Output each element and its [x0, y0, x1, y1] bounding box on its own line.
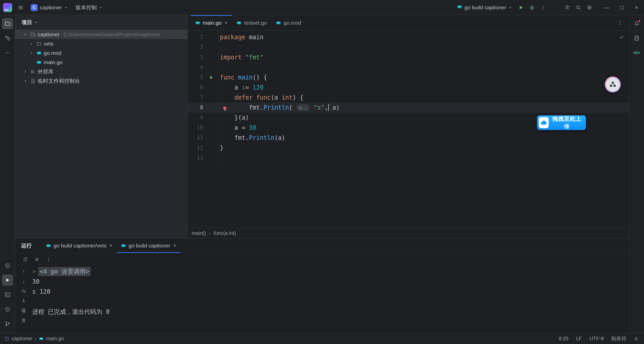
scroll-to-end-button[interactable] — [20, 297, 27, 305]
tree-item-go-mod[interactable]: go.mod — [15, 48, 187, 58]
line-number[interactable]: 3 — [188, 52, 204, 62]
breadcrumb-item[interactable]: func(a int) — [214, 230, 236, 236]
run-tab-go-build-captioner[interactable]: go build captioner× — [117, 238, 180, 253]
editor-gutter[interactable]: 12 — [188, 143, 218, 153]
soft-wrap-button[interactable] — [20, 287, 27, 295]
line-number[interactable]: 8 — [188, 103, 204, 113]
tab-close-icon[interactable]: × — [109, 243, 112, 248]
project-widget[interactable]: C captioner — [28, 2, 71, 13]
tab-close-icon[interactable]: × — [225, 20, 228, 26]
terminal-tool-button[interactable] — [2, 289, 13, 300]
chevron-right-icon[interactable] — [29, 42, 34, 46]
code-text[interactable]: func main() { — [218, 72, 629, 82]
code-text[interactable] — [218, 153, 629, 163]
line-number[interactable]: 10 — [188, 123, 204, 133]
more-actions-button[interactable] — [538, 2, 549, 13]
chevron-right-icon[interactable] — [23, 79, 28, 83]
line-number[interactable]: 11 — [188, 133, 204, 143]
chevron-right-icon[interactable] — [29, 51, 34, 55]
line-number[interactable]: 4 — [188, 62, 204, 72]
statusbar-breadcrumb[interactable]: captioner › main.go — [5, 336, 64, 341]
run-tab-go-build-captioner-vets[interactable]: go build captioner/vets× — [42, 238, 117, 253]
project-panel-header[interactable]: 项目 — [15, 15, 187, 30]
editor-gutter[interactable]: 5 — [188, 72, 218, 82]
tree-item-captioner[interactable]: captionerC:\Users\meow\GolandProjects\ca… — [15, 30, 187, 39]
chevron-right-icon[interactable] — [23, 70, 28, 74]
version-control-tool-button[interactable] — [2, 318, 13, 329]
line-number[interactable]: 2 — [188, 42, 204, 52]
upload-dropzone-button[interactable]: 拖拽至此上传 — [537, 115, 586, 130]
notifications-button[interactable] — [631, 18, 642, 29]
tree-item-external-libraries[interactable]: 外部库 — [15, 67, 187, 76]
fold-expand-icon[interactable]: > — [32, 268, 36, 275]
code-line-12[interactable]: 12} — [188, 143, 629, 153]
settings-button[interactable] — [584, 2, 595, 13]
editor-gutter[interactable]: 13 — [188, 153, 218, 163]
next-occurrence-button[interactable]: ↓ — [20, 277, 27, 285]
main-menu-button[interactable] — [15, 2, 26, 13]
code-text[interactable]: fmt.Println( a…: "s", a) — [218, 103, 629, 113]
line-number[interactable]: 13 — [188, 153, 204, 163]
editor[interactable]: 1package main23import "fmt"45func main()… — [188, 31, 629, 228]
code-text[interactable] — [218, 62, 629, 72]
editor-gutter[interactable]: 10 — [188, 123, 218, 133]
editor-gutter[interactable]: 2 — [188, 42, 218, 52]
code-text[interactable] — [218, 42, 629, 52]
run-button[interactable] — [515, 2, 527, 13]
search-everywhere-button[interactable] — [573, 2, 584, 13]
editor-tabs-more-button[interactable] — [614, 17, 625, 28]
maximize-button[interactable]: □ — [614, 0, 629, 15]
code-line-5[interactable]: 5func main() { — [188, 72, 629, 82]
run-config-widget[interactable]: go build captioner — [454, 2, 515, 13]
editor-gutter[interactable]: 9 — [188, 113, 218, 123]
vcs-widget[interactable]: 版本控制 — [72, 2, 106, 13]
tree-item-vets[interactable]: vets — [15, 39, 187, 48]
inspections-ok-icon[interactable] — [619, 34, 624, 41]
line-number[interactable]: 9 — [188, 113, 204, 123]
editor-gutter[interactable]: 3 — [188, 52, 218, 62]
editor-tab-go-mod[interactable]: go.mod — [271, 15, 306, 30]
run-tool-button[interactable] — [2, 275, 13, 286]
problems-tool-button[interactable] — [2, 304, 13, 315]
code-text[interactable]: defer func(a int) { — [218, 93, 629, 103]
code-text[interactable]: a := 120 — [218, 82, 629, 93]
code-text[interactable]: } — [218, 143, 629, 153]
stop-button[interactable] — [33, 255, 41, 264]
breadcrumb-item[interactable]: main() — [192, 230, 206, 236]
line-number[interactable]: 7 — [188, 93, 204, 103]
caret-position-widget[interactable]: 8:25 — [559, 336, 569, 341]
prev-occurrence-button[interactable]: ↑ — [20, 268, 27, 275]
code-line-7[interactable]: 7 defer func(a int) { — [188, 93, 629, 103]
editor-gutter[interactable]: 1 — [188, 32, 218, 42]
rerun-button[interactable] — [21, 255, 30, 264]
code-line-4[interactable]: 4 — [188, 62, 629, 72]
code-line-3[interactable]: 3import "fmt" — [188, 52, 629, 62]
structure-tool-button[interactable] — [2, 33, 13, 44]
parameter-hint[interactable]: a…: — [297, 104, 309, 111]
code-line-1[interactable]: 1package main — [188, 32, 629, 42]
debug-button[interactable] — [527, 2, 538, 13]
encoding-widget[interactable]: UTF-8 — [589, 336, 604, 341]
services-tool-button[interactable] — [2, 260, 13, 271]
code-line-13[interactable]: 13 — [188, 153, 629, 163]
line-number[interactable]: 6 — [188, 82, 204, 93]
line-separator-widget[interactable]: LF — [576, 336, 582, 341]
editor-tab-testvet-go[interactable]: testvet.go — [232, 15, 271, 30]
code-line-8[interactable]: 8 fmt.Println( a…: "s", a) — [188, 103, 629, 113]
editor-gutter[interactable]: 6 — [188, 82, 218, 93]
code-text[interactable]: package main — [218, 32, 629, 42]
editor-tab-main-go[interactable]: main.go× — [191, 15, 232, 30]
database-tool-button[interactable] — [631, 33, 642, 44]
tree-item-scratches[interactable]: 临时文件和控制台 — [15, 76, 187, 85]
chevron-down-icon[interactable] — [23, 32, 28, 36]
run-gutter-icon[interactable] — [204, 72, 218, 82]
run-more-options-button[interactable] — [44, 255, 53, 264]
line-number[interactable]: 1 — [188, 32, 204, 42]
floating-widget-avatar[interactable] — [605, 76, 621, 93]
code-line-6[interactable]: 6 a := 120 — [188, 82, 629, 93]
line-number[interactable]: 12 — [188, 143, 204, 153]
endpoints-tool-button[interactable]: </> — [631, 47, 642, 58]
tab-close-icon[interactable]: × — [173, 243, 176, 248]
print-button[interactable] — [20, 307, 27, 314]
close-button[interactable]: × — [629, 0, 644, 15]
